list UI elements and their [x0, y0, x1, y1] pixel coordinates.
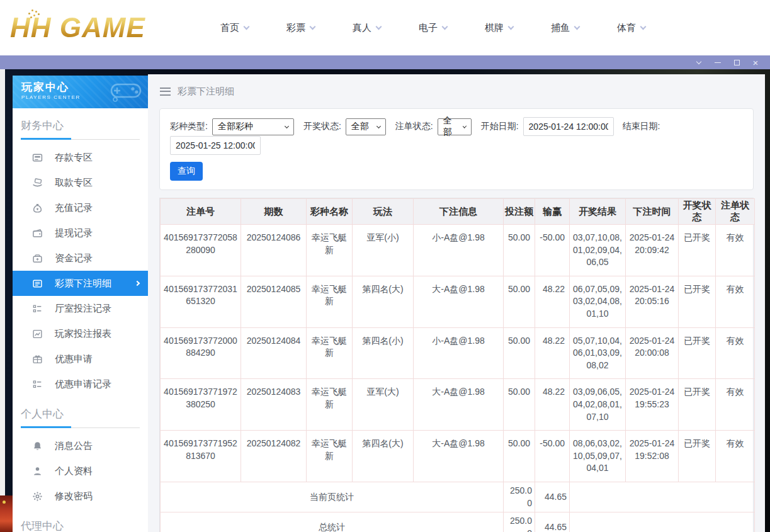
sidebar-item[interactable]: 资金记录 [13, 246, 148, 271]
nav-item[interactable]: 彩票 [286, 22, 315, 34]
table-cell: 2025-01-24 20:09:42 [626, 225, 679, 276]
minimize-icon[interactable] [708, 55, 727, 69]
sidebar-item-label: 厅室投注记录 [55, 303, 111, 315]
table-cell: 20250124086 [241, 225, 307, 276]
column-header: 下注时间 [626, 199, 679, 225]
column-header: 注单号 [161, 199, 241, 225]
main-nav: 首页彩票真人电子棋牌捕鱼体育 [220, 22, 645, 34]
end-date-input[interactable] [170, 136, 261, 155]
chevron-down-icon [462, 124, 466, 128]
summary-win-total: 44.65 [535, 482, 570, 512]
menu-icon[interactable] [160, 88, 171, 96]
chevron-down-icon [377, 123, 381, 128]
sidebar-section-divider [21, 138, 140, 140]
sidebar-item-label: 玩家投注报表 [55, 328, 111, 340]
sidebar-item[interactable]: 玩家投注报表 [13, 321, 148, 346]
list-icon [32, 303, 43, 314]
table-cell: 第四名(大) [353, 276, 414, 327]
chevron-down-icon [508, 23, 514, 30]
sidebar-item[interactable]: 厅室投注记录 [13, 296, 148, 321]
table-cell: 06,07,05,09,03,02,04,08,01,10 [570, 276, 626, 327]
table-cell: 2025-01-24 20:00:08 [626, 327, 679, 379]
table-cell: 2025-01-24 19:55:23 [626, 379, 679, 431]
column-header: 开奖状态 [679, 199, 716, 225]
draw-status-select[interactable]: 全部 [346, 118, 386, 135]
summary-row: 总统计250.0044.65 [161, 512, 755, 532]
nav-item[interactable]: 捕鱼 [551, 22, 579, 34]
table-cell: 50.00 [504, 276, 535, 327]
nav-item[interactable]: 首页 [220, 22, 249, 34]
sidebar-item[interactable]: 优惠申请记录 [13, 371, 148, 397]
sidebar-item[interactable]: 修改密码 [13, 484, 148, 509]
summary-row: 当前页统计250.0044.65 [161, 482, 755, 512]
table-cell: 有效 [716, 431, 755, 482]
promo-icon [32, 354, 43, 365]
withdraw-icon [32, 178, 43, 188]
brand-logo[interactable]: HH GAME [10, 12, 191, 43]
summary-empty-cell [570, 482, 755, 512]
start-date-input[interactable] [523, 117, 614, 136]
table-cell: 03,07,10,08,01,02,09,04,06,05 [570, 225, 626, 276]
nav-item-label: 首页 [220, 22, 239, 34]
table-row: 40156917377195281367020250124082幸运飞艇新第四名… [161, 431, 755, 482]
table-cell: 20250124084 [241, 327, 307, 379]
bet-status-value: 全部 [443, 115, 457, 138]
sidebar-item-label: 存款专区 [55, 152, 93, 164]
sidebar-item-label: 资金记录 [55, 252, 93, 264]
nav-item[interactable]: 棋牌 [485, 22, 513, 34]
sidebar-item[interactable]: 取款专区 [13, 170, 148, 195]
lottery-type-value: 全部彩种 [218, 121, 253, 132]
table-cell: 已开奖 [679, 327, 716, 379]
sidebar-section-divider [21, 426, 140, 428]
table-cell: 401569173772031651320 [161, 276, 241, 327]
sidebar-header: 玩家中心 PLAYERS CENTER [13, 76, 148, 108]
chevron-down-icon [574, 23, 580, 30]
sidebar-item-label: 彩票下注明细 [55, 278, 111, 290]
close-icon[interactable]: × [746, 55, 765, 69]
money-bag-icon [32, 203, 43, 213]
table-cell: 50.00 [504, 225, 535, 276]
funds-icon [32, 253, 43, 264]
sidebar-item[interactable]: 提现记录 [13, 220, 148, 246]
table-cell: 幸运飞艇新 [307, 327, 353, 379]
draw-status-label: 开奖状态: [303, 121, 341, 132]
query-button[interactable]: 查询 [170, 162, 203, 181]
table-cell: 有效 [716, 276, 755, 327]
lottery-type-select[interactable]: 全部彩种 [212, 118, 294, 135]
bet-table-panel: 注单号期数彩种名称玩法下注信息投注额输赢开奖结果下注时间开奖状态注单状态4015… [159, 198, 754, 532]
sidebar-item[interactable]: 优惠申请 [13, 346, 148, 371]
table-cell: 幸运飞艇新 [307, 225, 353, 276]
bet-table: 注单号期数彩种名称玩法下注信息投注额输赢开奖结果下注时间开奖状态注单状态4015… [160, 198, 755, 532]
filter-row: 彩种类型: 全部彩种 开奖状态: 全部 注单状态: 全部 [170, 117, 743, 155]
sidebar-item[interactable]: 充值记录 [13, 195, 148, 220]
table-cell: 有效 [716, 379, 755, 431]
chevron-down-icon[interactable] [689, 55, 708, 69]
chevron-down-icon [285, 123, 289, 128]
table-cell: 幸运飞艇新 [307, 276, 353, 327]
nav-item[interactable]: 真人 [353, 22, 381, 34]
table-cell: 48.22 [535, 379, 570, 431]
main-content: 彩票下注明细 彩种类型: 全部彩种 开奖状态: 全部 注单状态: [148, 74, 765, 532]
maximize-icon[interactable] [727, 55, 746, 69]
sidebar-item[interactable]: 彩票下注明细 [13, 271, 148, 296]
nav-item[interactable]: 电子 [419, 22, 447, 34]
table-cell: 50.00 [504, 379, 535, 431]
sidebar-item-label: 提现记录 [55, 227, 93, 239]
table-cell: 48.22 [535, 327, 570, 379]
sidebar-item[interactable]: 个人资料 [13, 458, 148, 484]
window-body: 玩家中心 PLAYERS CENTER 财务中心存款专区取款专区充值记录提现记录… [0, 69, 770, 532]
sidebar-item[interactable]: 存款专区 [13, 145, 148, 170]
table-cell: 第四名(大) [353, 431, 414, 482]
bet-status-select[interactable]: 全部 [438, 118, 472, 135]
filter-panel: 彩种类型: 全部彩种 开奖状态: 全部 注单状态: 全部 [159, 108, 754, 190]
sidebar-item[interactable]: 消息公告 [13, 433, 148, 458]
table-cell: 小-A盘@1.98 [414, 225, 504, 276]
nav-item-label: 体育 [617, 22, 636, 34]
table-cell: 幸运飞艇新 [307, 431, 353, 482]
sidebar-section-title: 个人中心 [13, 397, 148, 426]
table-cell: 48.22 [535, 276, 570, 327]
table-row: 40156917377205828009020250124086幸运飞艇新亚军(… [161, 225, 755, 276]
nav-item[interactable]: 体育 [617, 22, 645, 34]
table-cell: 大-A盘@1.98 [414, 276, 504, 327]
table-cell: 小-A盘@1.98 [414, 327, 504, 379]
